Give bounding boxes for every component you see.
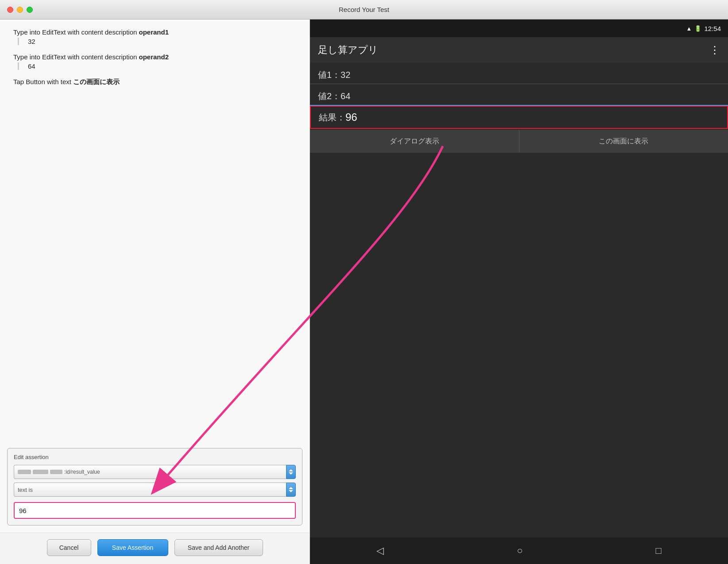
signal-icon: ▲	[686, 25, 692, 32]
battery-icon: 🔋	[694, 25, 701, 32]
main-content: Type into EditText with content descript…	[0, 19, 728, 564]
menu-dots-icon[interactable]: ⋮	[709, 44, 720, 56]
steps-area: Type into EditText with content descript…	[0, 19, 310, 448]
bottom-buttons: Cancel Save Assertion Save and Add Anoth…	[0, 533, 310, 564]
minimize-button[interactable]	[17, 7, 23, 13]
step-3: Tap Button with text この画面に表示	[13, 78, 296, 86]
step-1-value: 32	[18, 38, 296, 45]
save-assertion-button[interactable]: Save Assertion	[97, 539, 168, 556]
result-row: 結果： 96	[310, 106, 728, 129]
status-time: 12:54	[704, 25, 721, 32]
home-icon[interactable]: ○	[517, 545, 523, 556]
maximize-button[interactable]	[27, 7, 33, 13]
android-spacer	[310, 153, 728, 537]
android-nav-bar: ◁ ○ □	[310, 537, 728, 564]
step-1: Type into EditText with content descript…	[13, 28, 296, 45]
field-label-2: 値2：64	[318, 91, 350, 101]
step-2-value: 64	[18, 62, 296, 70]
android-app-bar: 足し算アプリ ⋮	[310, 37, 728, 63]
chevron-down-icon	[289, 490, 293, 492]
step-1-text: Type into EditText with content descript…	[13, 28, 296, 36]
field-row-1: 値1：32	[310, 63, 728, 84]
window-title: Record Your Test	[339, 6, 389, 13]
android-btn-show[interactable]: この画面に表示	[519, 130, 728, 153]
step-2-text: Type into EditText with content descript…	[13, 53, 296, 61]
chevron-up-icon	[289, 487, 293, 489]
app-title: 足し算アプリ	[318, 43, 378, 57]
chevron-up-icon	[289, 469, 293, 471]
left-panel: Type into EditText with content descript…	[0, 19, 310, 564]
assertion-value-input[interactable]	[14, 502, 296, 519]
android-content: 値1：32 値2：64 結果： 96 ダイアログ表示 この画面に表示	[310, 63, 728, 537]
save-and-add-button[interactable]: Save and Add Another	[174, 539, 263, 556]
back-icon[interactable]: ◁	[376, 545, 384, 556]
android-buttons-row: ダイアログ表示 この画面に表示	[310, 130, 728, 153]
android-status-bar: ▲ 🔋 12:54	[310, 19, 728, 37]
selector-chevron[interactable]	[286, 465, 296, 479]
condition-value: text is	[18, 487, 33, 493]
recent-icon[interactable]: □	[656, 545, 662, 556]
condition-dropdown[interactable]: text is	[14, 483, 287, 497]
selector-path: :id/result_value	[64, 469, 100, 475]
selector-blurred: :id/result_value	[18, 469, 100, 475]
field-label-1: 値1：32	[318, 70, 350, 80]
right-panel: ▲ 🔋 12:54 足し算アプリ ⋮ 値1：32 値2：64 結果： 96	[310, 19, 728, 564]
cancel-button[interactable]: Cancel	[47, 539, 91, 556]
step-2: Type into EditText with content descript…	[13, 53, 296, 70]
status-icons: ▲ 🔋 12:54	[686, 25, 721, 32]
condition-chevron[interactable]	[286, 483, 296, 497]
window-controls	[7, 7, 33, 13]
edit-assertion-label: Edit assertion	[14, 454, 296, 460]
chevron-down-icon	[289, 472, 293, 475]
close-button[interactable]	[7, 7, 13, 13]
condition-row: text is	[14, 483, 296, 497]
title-bar: Record Your Test	[0, 0, 728, 19]
result-label: 結果：	[319, 112, 345, 124]
step-3-text: Tap Button with text この画面に表示	[13, 78, 296, 86]
field-row-2: 値2：64	[310, 84, 728, 106]
selector-dropdown[interactable]: :id/result_value	[14, 465, 287, 479]
edit-assertion-panel: Edit assertion :id/result_value	[7, 448, 302, 525]
selector-row: :id/result_value	[14, 465, 296, 479]
result-value: 96	[345, 111, 357, 124]
android-btn-dialog[interactable]: ダイアログ表示	[310, 130, 519, 153]
